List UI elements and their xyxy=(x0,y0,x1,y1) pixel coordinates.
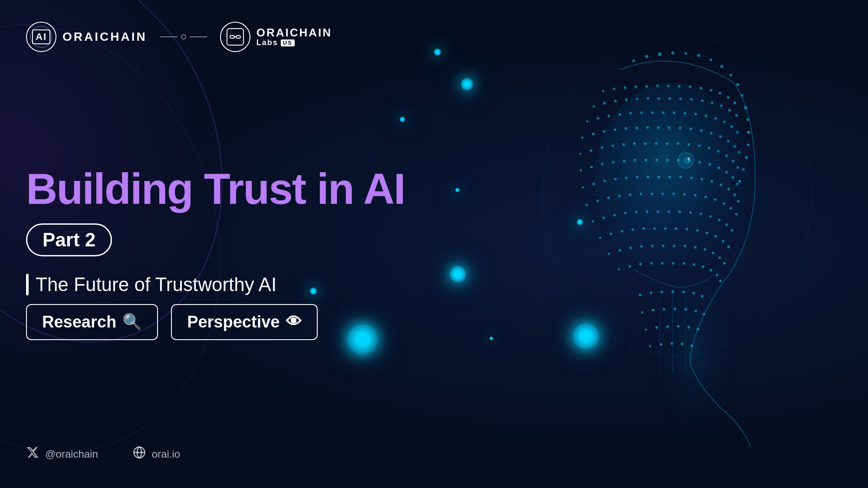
perspective-label: Perspective xyxy=(187,313,279,331)
svg-point-302 xyxy=(651,265,738,438)
labs-us-badge: US xyxy=(281,39,295,46)
svg-point-149 xyxy=(592,220,594,223)
logo-divider xyxy=(160,34,207,39)
svg-point-234 xyxy=(637,373,639,376)
oraichain-name: ORAICHAIN xyxy=(62,30,147,44)
svg-point-50 xyxy=(597,117,599,120)
svg-point-293 xyxy=(650,427,652,429)
svg-point-190 xyxy=(723,262,726,265)
svg-point-277 xyxy=(644,412,647,415)
svg-point-133 xyxy=(586,204,588,206)
svg-point-22 xyxy=(624,86,626,89)
svg-point-276 xyxy=(634,413,636,415)
svg-point-232 xyxy=(615,379,618,381)
website-text: orai.io xyxy=(152,448,180,460)
labs-logo: Oraichain Labs US xyxy=(220,22,332,52)
svg-point-299 xyxy=(702,442,704,444)
svg-point-223 xyxy=(649,345,651,347)
svg-point-32 xyxy=(727,96,730,99)
svg-point-179 xyxy=(618,249,621,252)
labs-icon xyxy=(220,22,250,52)
glow-dot-9 xyxy=(573,323,599,349)
svg-point-294 xyxy=(660,427,663,430)
svg-point-291 xyxy=(628,427,631,429)
svg-point-2 xyxy=(632,59,635,62)
svg-point-204 xyxy=(650,291,652,294)
glow-dot-6 xyxy=(577,219,583,225)
svg-point-244 xyxy=(611,391,613,393)
subtitle-bar xyxy=(26,274,29,295)
svg-point-247 xyxy=(643,384,646,387)
svg-point-278 xyxy=(655,413,658,415)
svg-point-31 xyxy=(719,92,721,95)
glow-dot-2 xyxy=(461,78,473,90)
oraichain-icon: AI xyxy=(26,22,56,52)
labs-sub-text: Labs xyxy=(256,39,278,47)
svg-point-48 xyxy=(735,114,738,117)
svg-point-178 xyxy=(608,253,610,255)
svg-point-235 xyxy=(648,372,650,374)
svg-rect-309 xyxy=(230,36,234,38)
website-item: orai.io xyxy=(133,446,180,462)
eye-icon: 👁 xyxy=(286,313,302,331)
hero-area: Building Trust in AI Part 2 The Future o… xyxy=(26,52,460,446)
ai-label: AI xyxy=(32,29,50,44)
svg-point-35 xyxy=(603,102,606,105)
svg-point-272 xyxy=(590,420,593,423)
globe-icon xyxy=(133,446,146,462)
svg-point-245 xyxy=(621,388,624,390)
svg-point-65 xyxy=(582,137,584,139)
labs-text: Oraichain Labs US xyxy=(256,26,332,47)
svg-point-258 xyxy=(610,403,612,405)
svg-point-256 xyxy=(589,410,591,412)
subtitle-row: The Future of Trustworthy AI xyxy=(26,274,460,295)
svg-point-189 xyxy=(718,256,721,259)
svg-point-273 xyxy=(601,417,604,419)
svg-point-11 xyxy=(736,83,740,86)
svg-point-20 xyxy=(602,90,605,92)
svg-point-66 xyxy=(592,133,595,135)
svg-point-305 xyxy=(687,157,690,160)
svg-point-49 xyxy=(586,121,589,123)
svg-point-7 xyxy=(697,54,700,57)
labs-icon-inner xyxy=(227,28,244,46)
divider-circle xyxy=(181,34,186,39)
svg-point-33 xyxy=(733,102,736,104)
title-row: Building Trust in AI Part 2 xyxy=(26,167,460,256)
svg-point-21 xyxy=(613,88,615,90)
svg-point-289 xyxy=(606,429,609,432)
labs-name: Oraichain xyxy=(256,26,332,39)
svg-point-9 xyxy=(720,65,723,68)
svg-point-301 xyxy=(595,82,751,273)
svg-point-100 xyxy=(590,166,593,168)
svg-point-8 xyxy=(710,59,712,61)
svg-point-203 xyxy=(639,294,641,296)
oraichain-logo: AI ORAICHAIN xyxy=(26,22,147,52)
svg-point-51 xyxy=(608,115,610,117)
header: AI ORAICHAIN Or xyxy=(26,22,460,52)
svg-point-117 xyxy=(592,183,595,185)
svg-point-30 xyxy=(710,89,712,92)
svg-point-16 xyxy=(747,144,750,146)
svg-rect-310 xyxy=(236,36,240,38)
svg-point-246 xyxy=(632,386,635,388)
svg-point-261 xyxy=(642,398,645,401)
svg-point-164 xyxy=(599,237,602,239)
labs-sub-row: Labs US xyxy=(256,39,332,47)
part-badge: Part 2 xyxy=(26,223,112,256)
svg-point-201 xyxy=(716,274,718,276)
svg-point-295 xyxy=(670,429,673,431)
svg-point-10 xyxy=(730,74,732,76)
svg-point-24 xyxy=(645,85,648,88)
svg-point-270 xyxy=(722,421,724,423)
svg-point-23 xyxy=(635,85,637,88)
svg-point-243 xyxy=(600,395,602,397)
perspective-tag-button[interactable]: Perspective 👁 xyxy=(171,304,317,340)
svg-point-5 xyxy=(671,52,674,55)
svg-point-15 xyxy=(747,131,750,134)
svg-point-6 xyxy=(684,52,687,55)
research-tag-button[interactable]: Research 🔍 xyxy=(26,304,158,340)
twitter-icon xyxy=(26,446,39,462)
svg-point-290 xyxy=(617,428,620,430)
svg-point-191 xyxy=(618,269,620,271)
